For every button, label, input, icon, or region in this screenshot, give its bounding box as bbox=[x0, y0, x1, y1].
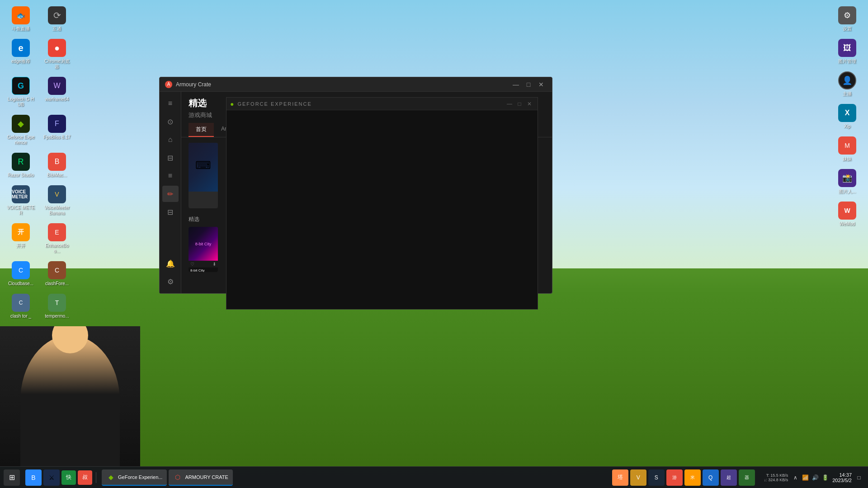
clock-date: 2023/5/2 bbox=[832, 478, 852, 483]
window-controls: — □ ✕ bbox=[510, 80, 547, 89]
geforce-taskbar-icon: ◆ bbox=[106, 473, 115, 482]
taskbar-geforce-label: GeForce Experien... bbox=[118, 474, 162, 480]
desktop-icons-right: ⚙ 设置 🖼 图片管理 👤 主播 X Xip M 妹妹 📸 图片人... W bbox=[831, 5, 863, 229]
desktop-icon-xip[interactable]: X Xip bbox=[831, 102, 863, 131]
minimize-button[interactable]: — bbox=[510, 80, 521, 89]
armoury-product-card-keyboard[interactable]: ⌨ bbox=[189, 143, 218, 208]
desktop-icon-voicemeeter-banana[interactable]: V VoiceMeeter Banana bbox=[41, 183, 73, 218]
taskbar-pinned-valorant[interactable]: V bbox=[630, 469, 646, 486]
taskbar-pinned-qq[interactable]: Q bbox=[703, 469, 719, 486]
notification-center-icon[interactable]: □ bbox=[855, 474, 863, 481]
tray-icons: ∧ 📶 🔊 🔋 bbox=[792, 474, 829, 481]
desktop-icon-enhance[interactable]: E EnhanceBoo... bbox=[41, 221, 73, 256]
desktop-icon-label: VoiceMeeter Banana bbox=[42, 205, 71, 216]
geforce-content-area bbox=[226, 110, 538, 309]
desktop-icon-label-clash-tor: clash tor _ bbox=[10, 314, 31, 319]
sidebar-notification-icon[interactable]: 🔔 bbox=[162, 255, 179, 272]
desktop-icon-label: Cloudbase... bbox=[8, 281, 33, 286]
taskbar-pinned-browser[interactable]: 器 bbox=[739, 469, 755, 486]
taskbar: ⊞ B ⚔ 快 叔 ◆ GeForce Experien... bbox=[0, 466, 868, 488]
taskbar-pinned-game-helper[interactable]: 游 bbox=[666, 469, 683, 486]
featured-card-8bit-city[interactable]: 8-bit City ♡ ⬇ 8-bit City bbox=[189, 227, 218, 272]
desktop-icon-settings[interactable]: ⚙ 设置 bbox=[831, 5, 863, 33]
taskbar-systray: T: 15.5 KB/s ↓: 324.8 KB/s ∧ 📶 🔊 🔋 14:37… bbox=[759, 472, 868, 483]
desktop-icon-label: FpsBliss 8.17 bbox=[43, 135, 71, 140]
taskbar-armoury-label: ARMOURY CRATE bbox=[185, 474, 228, 480]
taskbar-pinned-tencent[interactable]: 塔 bbox=[612, 469, 628, 486]
desktop-icon-voicemeter[interactable]: VOICE METER VOICE METER bbox=[5, 183, 37, 218]
desktop-icon-kai[interactable]: 开 开开 bbox=[5, 221, 37, 256]
armoury-window-title: Armoury Crate bbox=[176, 81, 510, 88]
desktop-icon-label: Chrome浏览器 bbox=[42, 59, 71, 70]
taskbar-geforce-app[interactable]: ◆ GeForce Experien... bbox=[102, 469, 167, 486]
geforce-maximize-button[interactable]: □ bbox=[515, 99, 524, 108]
armoury-app-icon: A bbox=[165, 81, 172, 88]
desktop-icon-douyu[interactable]: 🐟 斗鱼直播 bbox=[5, 5, 37, 33]
taskbar-pinned-super[interactable]: 超 bbox=[721, 469, 737, 486]
desktop-icon-tempermo[interactable]: T tempermo... bbox=[41, 292, 73, 321]
taskbar-active-apps: ◆ GeForce Experien... ⬡ ARMOURY CRATE bbox=[98, 469, 609, 486]
tab-home[interactable]: 首页 bbox=[189, 123, 214, 137]
sidebar-store-icon[interactable]: ✏ bbox=[162, 186, 179, 202]
desktop-icon-mei[interactable]: M 妹妹 bbox=[831, 135, 863, 164]
desktop-icon-label: 开开 bbox=[16, 243, 25, 249]
taskbar-start-area: ⊞ bbox=[0, 469, 24, 486]
sidebar-devices-icon[interactable]: ⌂ bbox=[162, 131, 179, 148]
desktop-icon-tupian[interactable]: 📸 图片人... bbox=[831, 167, 863, 196]
geforce-close-button[interactable]: ✕ bbox=[525, 99, 534, 108]
geforce-logo-icon: ● bbox=[230, 100, 234, 108]
desktop-icon-label: VOICE METER bbox=[6, 205, 35, 216]
taskbar-clock[interactable]: 14:37 2023/5/2 bbox=[832, 472, 852, 483]
taskbar-separator-1 bbox=[96, 472, 96, 483]
armoury-sidebar: ≡ ⊙ ⌂ ⊟ ≡ ✏ ⊟ 🔔 ⚙ bbox=[160, 92, 181, 293]
desktop-icon-label: Xip bbox=[844, 124, 850, 129]
featured-card-label: 8-bit City bbox=[189, 267, 218, 272]
maximize-button[interactable]: □ bbox=[523, 80, 534, 89]
taskbar-armoury-app[interactable]: ⬡ ARMOURY CRATE bbox=[169, 469, 232, 486]
desktop-icon-clash-tor[interactable]: C clash tor _ bbox=[5, 292, 37, 321]
sidebar-home-icon[interactable]: ⊙ bbox=[162, 113, 179, 130]
desktop-icon-label: clashFore... bbox=[45, 281, 69, 286]
sidebar-menu-icon[interactable]: ≡ bbox=[162, 95, 179, 112]
sidebar-aura-icon[interactable]: ≡ bbox=[162, 168, 179, 184]
desktop-icon-bibi[interactable]: B BibiMac... bbox=[41, 151, 73, 180]
geforce-minimize-button[interactable]: — bbox=[505, 99, 514, 108]
desktop-icon-geforce[interactable]: ◆ Geforce Experience bbox=[5, 113, 37, 147]
sidebar-settings-icon[interactable]: ⚙ bbox=[162, 273, 179, 290]
tray-battery-icon[interactable]: 🔋 bbox=[821, 474, 829, 481]
desktop-icon-gallery[interactable]: 🖼 图片管理 bbox=[831, 37, 863, 66]
sidebar-scenario-icon[interactable]: ⊟ bbox=[162, 150, 179, 166]
desktop-icon-anchor[interactable]: 👤 主播 bbox=[831, 70, 863, 99]
desktop-icon-fps[interactable]: F FpsBliss 8.17 bbox=[41, 113, 73, 147]
tray-network-icon[interactable]: 📶 bbox=[802, 474, 809, 481]
desktop-icon-cloudbase[interactable]: C Cloudbase... bbox=[5, 259, 37, 288]
desktop-icon-label: 图片人... bbox=[839, 189, 856, 194]
desktop-icon-razor[interactable]: R Razor Studio bbox=[5, 151, 37, 180]
desktop-icon-label: tempermo... bbox=[45, 314, 69, 319]
close-button[interactable]: ✕ bbox=[536, 80, 547, 89]
geforce-window-controls: — □ ✕ bbox=[505, 99, 534, 108]
desktop-icon-chrome[interactable]: ● Chrome浏览器 bbox=[41, 37, 73, 71]
desktop-icon-clashforce[interactable]: C clashFore... bbox=[41, 259, 73, 288]
geforce-experience-window: ● GEFORCE EXPERIENCE — □ ✕ bbox=[226, 97, 538, 310]
desktop-icon-hub[interactable]: ⟳ 互通 bbox=[41, 5, 73, 33]
desktop-icon-wemod[interactable]: W WeMod bbox=[831, 200, 863, 229]
taskbar-app-wow[interactable]: ⚔ bbox=[43, 469, 60, 486]
desktop-icon-logitech[interactable]: G Logitech G HUB bbox=[5, 75, 37, 109]
tray-audio-icon[interactable]: 🔊 bbox=[811, 474, 819, 481]
taskbar-pinned-mipc[interactable]: 米 bbox=[684, 469, 701, 486]
desktop-icon-label: 妹妹 bbox=[843, 156, 852, 162]
taskbar-app-bilibili[interactable]: B bbox=[25, 469, 42, 486]
network-speed-display: T: 15.5 KB/s ↓: 324.8 KB/s bbox=[764, 473, 788, 482]
desktop-icon-label: 设置 bbox=[843, 26, 852, 32]
tray-expand-icon[interactable]: ∧ bbox=[792, 474, 799, 481]
armoury-titlebar: A Armoury Crate — □ ✕ bbox=[160, 77, 552, 92]
geforce-window-title: GEFORCE EXPERIENCE bbox=[237, 101, 505, 107]
desktop-icon-label: Geforce Experience bbox=[6, 135, 35, 145]
taskbar-pinned-steam[interactable]: S bbox=[648, 469, 665, 486]
desktop-icon-warframe[interactable]: W warframe64 bbox=[41, 75, 73, 109]
desktop-icon-edge[interactable]: e edge推荐 bbox=[5, 37, 37, 71]
start-button[interactable]: ⊞ bbox=[4, 469, 20, 486]
desktop-icon-label: 主播 bbox=[843, 91, 852, 97]
sidebar-profile-icon[interactable]: ⊟ bbox=[162, 204, 179, 220]
